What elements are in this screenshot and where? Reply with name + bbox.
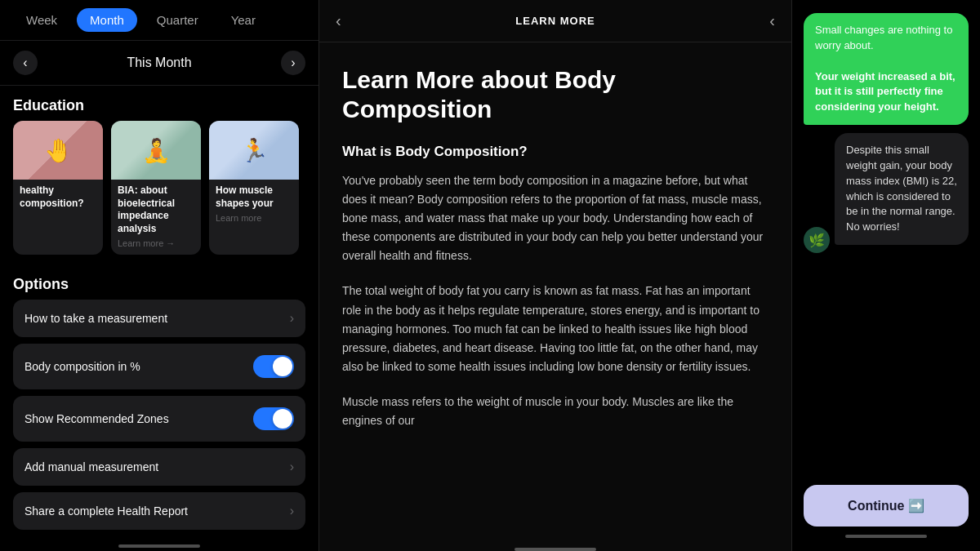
chat-spacer (804, 261, 969, 485)
edu-card-3-link: Learn more (216, 213, 292, 223)
education-section-label: Education (0, 86, 318, 121)
option-body-composition[interactable]: Body composition in % (13, 344, 305, 389)
tab-week[interactable]: Week (13, 8, 70, 32)
option-how-to-measure-label: How to take a measurement (24, 312, 167, 325)
next-month-button[interactable]: › (281, 51, 305, 75)
middle-panel: ‹ LEARN MORE ‹ Learn More about Body Com… (318, 0, 792, 551)
right-panel: Small changes are nothing to worry about… (792, 0, 980, 551)
chat-avatar-row: 🌿 Despite this small weight gain, your b… (804, 133, 969, 253)
article-subtitle: What is Body Composition? (342, 144, 768, 160)
edu-card-2-title: BIA: about bioelectrical impedance analy… (118, 184, 194, 235)
chat-bubble-1: Small changes are nothing to worry about… (804, 13, 969, 125)
options-section: How to take a measurement › Body composi… (0, 300, 318, 536)
option-recommended-zones-label: Show Recommended Zones (24, 412, 169, 425)
article-header-title: LEARN MORE (515, 15, 595, 27)
toggle-knob-1 (273, 357, 292, 376)
edu-card-2-link: Learn more → (118, 238, 194, 248)
scroll-indicator-right (845, 535, 927, 538)
chat-avatar: 🌿 (804, 227, 830, 253)
edu-card-1-title: healthy composition? (20, 184, 96, 210)
edu-card-3-title: How muscle shapes your (216, 184, 292, 210)
chat-bubble-1-line2: Your weight increased a bit, but it is s… (815, 70, 956, 113)
article-paragraph-2: The total weight of body fat you carry i… (342, 282, 768, 375)
header-right-icon: ‹ (769, 11, 775, 30)
scroll-indicator-middle (514, 548, 596, 551)
tab-bar: Week Month Quarter Year (0, 0, 318, 41)
edu-card-3-image: 🏃 (209, 121, 299, 180)
chat-bubble-2-text: Despite this small weight gain, your bod… (846, 144, 957, 233)
scroll-indicator-left (118, 544, 200, 548)
option-add-measurement-label: Add manual measurement (24, 460, 158, 473)
chat-bubble-1-line1: Small changes are nothing to worry about… (815, 24, 952, 51)
tab-year[interactable]: Year (218, 8, 269, 32)
edu-card-2[interactable]: 🧘 BIA: about bioelectrical impedance ana… (111, 121, 201, 255)
avatar-emoji: 🌿 (808, 233, 825, 248)
recommended-zones-toggle[interactable] (253, 407, 294, 430)
option-how-to-measure[interactable]: How to take a measurement › (13, 300, 305, 337)
chevron-icon-1: › (290, 311, 294, 326)
education-cards: 🤚 healthy composition? 🧘 BIA: about bioe… (0, 121, 318, 264)
month-navigator: ‹ This Month › (0, 41, 318, 86)
article-header: ‹ LEARN MORE ‹ (319, 0, 791, 42)
options-section-label: Options (0, 264, 318, 300)
edu-card-1-image: 🤚 (13, 121, 103, 180)
article-content: Learn More about Body Composition What i… (319, 42, 791, 540)
edu-card-3[interactable]: 🏃 How muscle shapes your Learn more (209, 121, 299, 255)
chevron-icon-2: › (290, 460, 294, 474)
toggle-knob-2 (273, 409, 292, 429)
back-button[interactable]: ‹ (336, 11, 341, 30)
left-panel: Week Month Quarter Year ‹ This Month › E… (0, 0, 318, 551)
article-main-title: Learn More about Body Composition (342, 65, 768, 124)
body-composition-toggle[interactable] (253, 355, 294, 378)
option-health-report[interactable]: Share a complete Health Report › (13, 492, 305, 530)
chevron-icon-3: › (290, 504, 294, 518)
edu-card-1[interactable]: 🤚 healthy composition? (13, 121, 103, 255)
prev-month-button[interactable]: ‹ (13, 51, 38, 75)
month-label: This Month (127, 56, 191, 70)
option-recommended-zones[interactable]: Show Recommended Zones (13, 396, 305, 442)
continue-button[interactable]: Continue ➡️ (804, 485, 969, 527)
continue-label: Continue ➡️ (848, 498, 924, 513)
option-body-composition-label: Body composition in % (24, 360, 140, 373)
option-add-measurement[interactable]: Add manual measurement › (13, 448, 305, 486)
tab-month[interactable]: Month (77, 8, 137, 32)
tab-quarter[interactable]: Quarter (144, 8, 212, 32)
article-paragraph-1: You've probably seen the term body compo… (342, 171, 768, 265)
edu-card-2-image: 🧘 (111, 121, 201, 180)
option-health-report-label: Share a complete Health Report (24, 504, 188, 518)
chat-bubble-2: Despite this small weight gain, your bod… (835, 133, 969, 245)
article-paragraph-3: Muscle mass refers to the weight of musc… (342, 393, 768, 430)
